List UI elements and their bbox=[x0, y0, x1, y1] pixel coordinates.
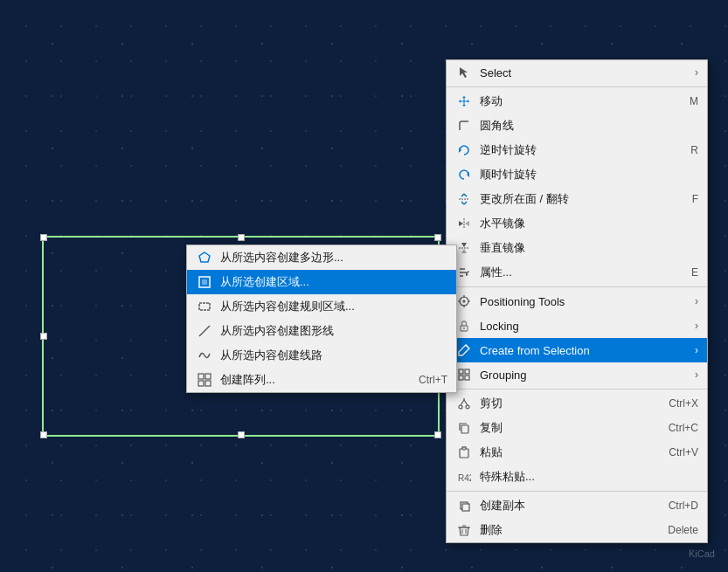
svg-point-18 bbox=[463, 327, 465, 329]
locking-icon bbox=[455, 317, 473, 334]
paste-special-icon: R42 bbox=[455, 468, 473, 486]
menu-item-paste[interactable]: 粘贴 Ctrl+V bbox=[447, 440, 707, 465]
menu-item-fillet[interactable]: 圆角线 bbox=[447, 114, 707, 138]
menu-label-paste-special: 特殊粘贴... bbox=[480, 469, 698, 485]
menu-label-move: 移动 bbox=[480, 93, 681, 109]
menu-item-cut[interactable]: 剪切 Ctrl+X bbox=[447, 391, 707, 416]
menu-item-paste-special[interactable]: R42 特殊粘贴... bbox=[447, 465, 707, 489]
submenu-item-create-trace[interactable]: 从所选内容创建线路 bbox=[187, 343, 456, 368]
rotate-ccw-icon bbox=[455, 141, 473, 159]
flip-icon bbox=[455, 190, 473, 208]
menu-item-mirror-v[interactable]: 垂直镜像 bbox=[447, 236, 707, 260]
svg-rect-21 bbox=[459, 376, 463, 380]
menu-shortcut-delete: Delete bbox=[668, 524, 698, 536]
submenu-item-create-array[interactable]: 创建阵列... Ctrl+T bbox=[187, 368, 456, 392]
properties-icon bbox=[455, 264, 473, 281]
rect-zone-icon bbox=[196, 298, 213, 315]
menu-item-positioning[interactable]: Positioning Tools › bbox=[447, 289, 707, 314]
menu-arrow-grouping: › bbox=[695, 369, 698, 381]
svg-rect-7 bbox=[198, 381, 204, 386]
svg-marker-13 bbox=[461, 243, 467, 247]
menu-item-create-from-selection[interactable]: Create from Selection › bbox=[447, 338, 707, 362]
submenu-label-create-array: 创建阵列... bbox=[220, 372, 410, 388]
submenu-shortcut-create-array: Ctrl+T bbox=[419, 374, 447, 386]
mirror-h-icon bbox=[455, 215, 473, 232]
svg-rect-25 bbox=[461, 425, 468, 433]
line-icon bbox=[196, 322, 213, 340]
svg-rect-30 bbox=[462, 504, 469, 511]
menu-item-delete[interactable]: 删除 Delete bbox=[447, 518, 707, 542]
menu-label-delete: 删除 bbox=[480, 522, 659, 538]
handle-br bbox=[434, 431, 441, 438]
kicad-watermark: KiCad bbox=[689, 548, 715, 559]
menu-arrow-locking: › bbox=[695, 320, 698, 332]
menu-label-rotate-cw: 顺时针旋转 bbox=[480, 167, 698, 183]
select-icon bbox=[455, 64, 473, 81]
separator-2 bbox=[447, 286, 707, 287]
svg-rect-22 bbox=[465, 376, 469, 380]
menu-label-locking: Locking bbox=[480, 320, 695, 333]
menu-item-move[interactable]: 移动 M bbox=[447, 89, 707, 114]
svg-text:R42: R42 bbox=[458, 473, 471, 483]
menu-label-copy: 复制 bbox=[480, 420, 660, 436]
svg-rect-6 bbox=[205, 374, 211, 379]
menu-label-flip: 更改所在面 / 翻转 bbox=[480, 191, 683, 207]
create-from-selection-icon bbox=[455, 341, 473, 359]
separator-3 bbox=[447, 389, 707, 389]
menu-shortcut-paste: Ctrl+V bbox=[669, 446, 698, 458]
submenu-create-from-selection: 从所选内容创建多边形... 从所选创建区域... 从所选内容创建规则区域... … bbox=[186, 245, 457, 393]
menu-label-fillet: 圆角线 bbox=[480, 118, 698, 134]
menu-shortcut-cut: Ctrl+X bbox=[669, 397, 698, 410]
svg-point-16 bbox=[463, 300, 466, 303]
handle-tr bbox=[434, 234, 441, 241]
submenu-item-create-poly[interactable]: 从所选内容创建多边形... bbox=[187, 245, 456, 270]
menu-label-paste: 粘贴 bbox=[480, 445, 660, 460]
separator-4 bbox=[447, 491, 707, 492]
svg-line-4 bbox=[199, 326, 210, 336]
submenu-item-create-line[interactable]: 从所选内容创建图形线 bbox=[187, 319, 456, 343]
menu-shortcut-properties: E bbox=[691, 266, 698, 279]
grouping-icon bbox=[455, 366, 473, 383]
submenu-label-create-line: 从所选内容创建图形线 bbox=[220, 323, 447, 339]
trace-icon bbox=[196, 347, 213, 364]
menu-item-grouping[interactable]: Grouping › bbox=[447, 362, 707, 387]
menu-item-mirror-h[interactable]: 水平镜像 bbox=[447, 211, 707, 236]
menu-item-properties[interactable]: 属性... E bbox=[447, 260, 707, 285]
svg-rect-27 bbox=[462, 447, 466, 450]
positioning-icon bbox=[455, 293, 473, 310]
submenu-item-create-rect-zone[interactable]: 从所选内容创建规则区域... bbox=[187, 294, 456, 319]
svg-marker-14 bbox=[461, 249, 467, 253]
menu-item-copy[interactable]: 复制 Ctrl+C bbox=[447, 416, 707, 440]
menu-item-locking[interactable]: Locking › bbox=[447, 314, 707, 338]
zone-icon bbox=[196, 273, 213, 291]
svg-marker-12 bbox=[465, 221, 469, 226]
move-icon bbox=[455, 93, 473, 110]
menu-item-rotate-cw[interactable]: 顺时针旋转 bbox=[447, 162, 707, 187]
svg-marker-0 bbox=[199, 252, 210, 262]
handle-tl bbox=[40, 234, 47, 241]
menu-label-rotate-ccw: 逆时针旋转 bbox=[480, 142, 682, 158]
delete-icon bbox=[455, 521, 473, 539]
menu-item-flip[interactable]: 更改所在面 / 翻转 F bbox=[447, 187, 707, 211]
menu-label-create-from-selection: Create from Selection bbox=[480, 344, 695, 357]
menu-item-rotate-ccw[interactable]: 逆时针旋转 R bbox=[447, 138, 707, 162]
menu-shortcut-flip: F bbox=[692, 193, 698, 205]
array-icon bbox=[196, 371, 213, 389]
svg-rect-2 bbox=[202, 279, 207, 285]
rotate-cw-icon bbox=[455, 166, 473, 183]
menu-item-select[interactable]: Select › bbox=[447, 60, 707, 85]
submenu-item-create-zone[interactable]: 从所选创建区域... bbox=[187, 270, 456, 294]
context-menu-main: Select › 移动 M 圆角线 逆时针旋转 bbox=[446, 59, 708, 543]
menu-label-grouping: Grouping bbox=[480, 369, 695, 382]
poly-icon bbox=[196, 249, 213, 266]
menu-label-properties: 属性... bbox=[480, 265, 683, 280]
menu-arrow-create-from-selection: › bbox=[695, 344, 698, 356]
menu-item-duplicate[interactable]: 创建副本 Ctrl+D bbox=[447, 493, 707, 518]
menu-arrow-positioning: › bbox=[695, 295, 698, 307]
handle-bm bbox=[238, 431, 245, 438]
submenu-label-create-trace: 从所选内容创建线路 bbox=[220, 348, 447, 363]
svg-rect-3 bbox=[199, 303, 210, 310]
submenu-label-create-zone: 从所选创建区域... bbox=[220, 274, 447, 290]
menu-label-mirror-h: 水平镜像 bbox=[480, 216, 698, 231]
separator-1 bbox=[447, 86, 707, 87]
